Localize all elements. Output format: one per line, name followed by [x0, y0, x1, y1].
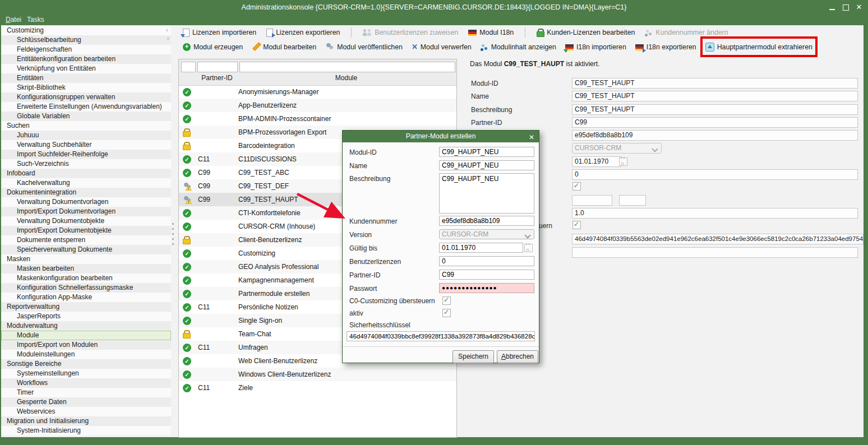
sidebar-item-jasperreports[interactable]: JasperReports [1, 312, 171, 321]
sidebar-item-suchen[interactable]: Suchen [1, 121, 171, 131]
save-button[interactable]: Speichern [453, 350, 494, 363]
sidebar-item-migration[interactable]: Migration und Initialisierung [1, 416, 171, 426]
checkbox-checked-icon[interactable] [572, 221, 581, 229]
sidebar-item-feldeigenschaften[interactable]: Feldeigenschaften [1, 45, 171, 54]
cancel-button[interactable]: Abbrechen [497, 350, 538, 363]
sidebar-item-customizing[interactable]: Customizing [1, 26, 171, 35]
field-versionsnummer[interactable]: 1.0 [572, 208, 858, 219]
table-row[interactable]: C11Ziele [179, 381, 456, 395]
dialog-field-sicherheitsschluessel[interactable]: 46d4974084f0339bbc8ef39928f1338a392873f8… [347, 331, 535, 341]
close-button[interactable]: ✕ [855, 3, 864, 12]
splitter-handle[interactable] [172, 223, 174, 225]
sidebar-item-module[interactable]: Module [1, 331, 171, 340]
sidebar-item-juhuuu[interactable]: Juhuuu [1, 131, 171, 140]
toolbar-lizenzen-exportieren[interactable]: Lizenzen exportieren [266, 29, 340, 37]
menu-tasks[interactable]: Tasks [25, 15, 47, 25]
sidebar-item-webservices[interactable]: Webservices [1, 407, 171, 416]
sidebar-item-dokumentenintegration[interactable]: Dokumentenintegration [1, 188, 171, 197]
sidebar-item-verwaltung-dokumentvorlagen[interactable]: Verwaltung Dokumentvorlagen [1, 197, 171, 207]
sidebar-item-kachelverwaltung[interactable]: Kachelverwaltung [1, 178, 171, 188]
dialog-field-benutzerlizenzen[interactable]: 0 [439, 256, 534, 266]
sidebar-item-maskenkonfiguration[interactable]: Maskenkonfiguration bearbeiten [1, 274, 171, 283]
calendar-icon[interactable] [619, 157, 627, 166]
field-sicherheitsschluessel[interactable]: 46d4974084f0339b5563de02ed941e962c6ea632… [572, 234, 864, 244]
sidebar-item-verwaltung-dokumentobjekte[interactable]: Verwaltung Dokumentobjekte [1, 216, 171, 226]
sidebar-item-konfigurationsgruppen[interactable]: Konfigurationsgruppen verwalten [1, 92, 171, 102]
toolbar-modul-verwerfen[interactable]: Modul verwerfen [412, 43, 472, 51]
toolbar-modul-i18n[interactable]: Modul I18n [468, 29, 514, 36]
field-date-empty[interactable] [572, 195, 612, 206]
sidebar-item-konfiguration-app-maske[interactable]: Konfiguration App-Maske [1, 293, 171, 302]
toolbar-modul-bearbeiten[interactable]: Modul bearbeiten [252, 43, 316, 52]
table-row[interactable]: Anonymisierungs-Manager [179, 85, 456, 99]
splitter-handle[interactable] [172, 228, 174, 230]
sidebar-item-systemeinstellungen[interactable]: Systemeinstellungen [1, 369, 171, 378]
splitter-handle[interactable] [172, 238, 174, 240]
field-time-empty[interactable] [619, 195, 646, 206]
sidebar-item-dokumente-entsperren[interactable]: Dokumente entsperren [1, 235, 171, 245]
sidebar-item-workflows[interactable]: Workflows [1, 378, 171, 388]
sidebar-item-masken[interactable]: Masken [1, 254, 171, 264]
dialog-field-gueltig-bis[interactable]: 01.01.1970 [439, 243, 523, 253]
sidebar-item-konfiguration-schnellerfassung[interactable]: Konfiguration Schnellerfassungsmaske [1, 283, 171, 293]
sidebar-item-import-suchfelder[interactable]: Import Suchfelder-Reihenfolge [1, 150, 171, 159]
field-partner-id[interactable]: C99 [572, 117, 858, 128]
field-empty[interactable] [572, 247, 858, 258]
splitter-handle[interactable] [172, 233, 174, 235]
sidebar-item-timer[interactable]: Timer [1, 388, 171, 397]
column-header-module[interactable]: Module [238, 74, 454, 82]
sidebar-item-moduleinstellungen[interactable]: Moduleinstellungen [1, 350, 171, 359]
field-modul-id[interactable]: C99_TEST_HAUPT [572, 78, 858, 89]
collapse-right-icon[interactable]: › [167, 35, 169, 41]
toolbar-modul-erzeugen[interactable]: Modul erzeugen [183, 43, 243, 51]
sidebar-item-globale-variablen[interactable]: Globale Variablen [1, 112, 171, 121]
menu-datei[interactable]: Datei [3, 15, 24, 25]
maximize-button[interactable] [841, 3, 850, 12]
toolbar-hauptpartnermodul-extrahieren[interactable]: Hauptpartnermodul extrahieren [705, 43, 812, 52]
sidebar-item-such-verzeichnis[interactable]: Such-Verzeichnis [1, 159, 171, 169]
minimize-button[interactable] [828, 3, 837, 12]
field-gueltig-bis[interactable]: 01.01.1970 [572, 156, 621, 167]
filter-input-module[interactable] [239, 62, 455, 72]
toolbar-lizenzen-importieren[interactable]: Lizenzen importieren [183, 29, 256, 37]
sidebar-item-system-initialisierung[interactable]: System-Initialisierung [1, 426, 171, 435]
sidebar-item-sonstige-bereiche[interactable]: Sonstige Bereiche [1, 359, 171, 369]
filter-input-status[interactable] [181, 62, 196, 72]
field-benutzerlizenzen[interactable]: 0 [572, 169, 858, 180]
column-header-partner-id[interactable]: Partner-ID [196, 74, 238, 82]
sidebar-item-modulverwaltung[interactable]: Modulverwaltung [1, 321, 171, 331]
sidebar-item-speicherverwaltung[interactable]: Speicherverwaltung Dokumente [1, 245, 171, 254]
field-name[interactable]: C99_TEST_HAUPT [572, 91, 858, 101]
dialog-field-modul-id[interactable]: C99_HAUPT_NEU [439, 147, 534, 157]
toolbar-kunden-lizenzen-bearbeiten[interactable]: Kunden-Lizenzen bearbeiten [537, 29, 635, 37]
sidebar-item-entitaetenkonfiguration[interactable]: Entitätenkonfiguration bearbeiten [1, 54, 171, 64]
sidebar-item-masken-bearbeiten[interactable]: Masken bearbeiten [1, 264, 171, 274]
table-row[interactable]: App-Benutzerlizenz [179, 99, 456, 112]
toolbar-i18n-importieren[interactable]: I18n importieren [565, 43, 626, 51]
sidebar-item-importexport-dokumentobjekte[interactable]: Import/Export Dokumentobjekte [1, 226, 171, 235]
table-row[interactable]: Windows Client-Benutzerlizenz [179, 368, 456, 381]
sidebar-item-entitaeten[interactable]: Entitäten [1, 73, 171, 83]
close-icon[interactable]: ✕ [529, 132, 534, 143]
toolbar-modul-veroeffentlichen[interactable]: Modul veröffentlichen [325, 42, 403, 53]
dialog-field-passwort[interactable]: ●●●●●●●●●●●●●● [439, 283, 534, 293]
splitter-handle[interactable] [172, 243, 174, 245]
toolbar-i18n-exportieren[interactable]: I18n exportieren [635, 43, 696, 51]
sidebar-item-schluesselbearbeitung[interactable]: Schlüsselbearbeitung [1, 35, 171, 45]
field-beschreibung[interactable]: C99_TEST_HAUPT [572, 104, 858, 115]
dialog-field-name[interactable]: C99_HAUPT_NEU [439, 160, 534, 170]
sidebar-item-erweiterte-einstellungen[interactable]: Erweiterte Einstellungen (Anwendungsvari… [1, 102, 171, 112]
toolbar-modulinhalt-anzeigen[interactable]: Modulinhalt anzeigen [481, 43, 556, 51]
field-kundennummer[interactable]: e95def8db8a8b109 [572, 130, 858, 141]
sidebar-item-importexport-dokumentvorlagen[interactable]: Import/Export Dokumentvorlagen [1, 207, 171, 216]
calendar-icon[interactable] [524, 244, 533, 252]
filter-input-partner-id[interactable] [197, 62, 238, 72]
dialog-field-partner-id[interactable]: C99 [439, 270, 534, 280]
dialog-field-kundennummer[interactable]: e95def8db8a8b109 [439, 216, 534, 226]
collapse-left-icon[interactable]: ‹ [166, 27, 168, 33]
table-row[interactable]: BPM-ADMIN-Prozesscontainer [179, 112, 456, 126]
sidebar-item-verwaltung-suchbehaelter[interactable]: Verwaltung Suchbehälter [1, 140, 171, 150]
sidebar-item-infoboard[interactable]: Infoboard [1, 169, 171, 178]
checkbox-checked-icon[interactable] [572, 182, 581, 191]
dialog-field-beschreibung[interactable]: C99_HAUPT_NEU [439, 173, 534, 214]
